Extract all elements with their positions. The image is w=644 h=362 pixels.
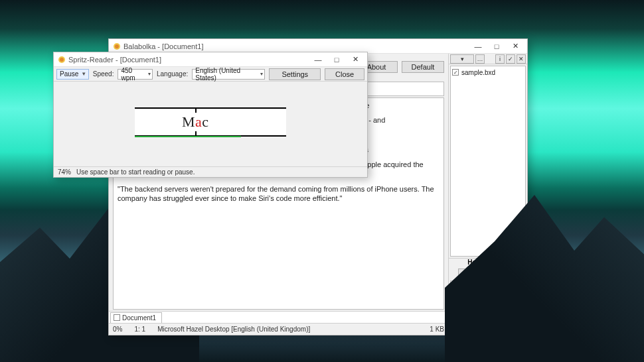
window-buttons: — □ ✕ — [309, 53, 364, 66]
maximize-button[interactable]: □ — [487, 40, 506, 53]
list-item-label: Russian Nicolai (SAPI4).hmg — [459, 316, 524, 331]
list-item[interactable]: French.hmg — [451, 291, 524, 300]
list-item-label: English.hmg — [461, 283, 497, 290]
sidebar: ▾ … i ✓ ✕ ✓ sample.bxd Homographs Edit ▾… — [449, 54, 527, 335]
status-voice: Microsoft Hazel Desktop [English (United… — [157, 326, 310, 333]
word-suffix: c — [202, 113, 208, 130]
svg-point-1 — [115, 44, 119, 48]
svg-point-3 — [60, 58, 64, 62]
spritz-word-box: Mac — [135, 107, 286, 137]
checkbox-icon[interactable] — [451, 292, 458, 299]
sidebar-toolbar: ▾ … i ✓ ✕ — [449, 54, 527, 64]
tab-checkbox-icon — [114, 314, 120, 321]
spritz-stage: Mac — [54, 82, 367, 166]
spritz-app-icon — [58, 56, 66, 64]
dict-remove-button[interactable]: ✕ — [517, 54, 526, 64]
checkbox-icon[interactable]: ✓ — [452, 69, 459, 76]
dict-dropdown[interactable]: ▾ — [450, 54, 474, 64]
speed-label: Speed: — [93, 70, 114, 78]
list-item[interactable]: ✓English.hmg — [451, 282, 524, 291]
spritz-status-bar: 74% Use space bar to start reading or pa… — [54, 166, 367, 177]
balabolka-app-icon — [113, 42, 121, 50]
default-button[interactable]: Default — [402, 61, 444, 73]
dictionary-list[interactable]: ✓ sample.bxd — [450, 66, 526, 257]
checkbox-icon[interactable] — [451, 320, 457, 327]
document-tab-bar: Document1 — [109, 311, 448, 323]
spritz-toolbar: Pause▼ Speed: 450 wpm▾ Language: English… — [54, 67, 367, 82]
pause-button[interactable]: Pause▼ — [56, 69, 89, 80]
close-button[interactable]: ✕ — [506, 40, 524, 53]
list-item[interactable]: ✓ sample.bxd — [452, 68, 524, 77]
close-button[interactable]: ✕ — [346, 53, 364, 66]
list-item-label: sample.bxd — [461, 69, 495, 76]
checkbox-icon[interactable] — [451, 311, 458, 318]
settings-button[interactable]: Settings — [269, 68, 321, 80]
checkbox-icon[interactable] — [451, 302, 458, 308]
list-item[interactable]: German.hmg — [451, 300, 524, 310]
close-spritz-button[interactable]: Close — [325, 68, 364, 80]
pivot-marker-bottom-icon — [195, 131, 197, 135]
spritz-progress-bar — [135, 136, 241, 137]
checkbox-icon[interactable]: ✓ — [451, 283, 458, 290]
spritz-hint: Use space bar to start reading or pause. — [76, 168, 195, 176]
language-dropdown[interactable]: English (United States)▾ — [192, 69, 265, 80]
dict-info-button[interactable]: i — [495, 54, 505, 64]
list-item-label: German.hmg — [461, 302, 499, 309]
minimize-button[interactable]: — — [309, 53, 327, 66]
list-item[interactable]: Russian Nicolai (SAPI4).hmg — [451, 319, 524, 328]
minimize-button[interactable]: — — [469, 40, 487, 53]
status-size: 1 KB — [430, 326, 444, 333]
status-percent: 0% — [113, 326, 122, 333]
spritz-progress-percent: 74% — [58, 168, 71, 176]
balabolka-title: Balabolka - [Document1] — [123, 42, 466, 50]
language-label: Language: — [157, 70, 188, 78]
status-cursor-pos: 1: 1 — [134, 326, 145, 333]
window-buttons: — □ ✕ — [469, 40, 524, 53]
status-bar: 0% 1: 1 Microsoft Hazel Desktop [English… — [109, 323, 448, 335]
word-pivot: a — [195, 113, 202, 130]
homographs-edit-button[interactable]: Edit ▾ — [458, 269, 518, 278]
spritz-titlebar[interactable]: Spritz-Reader - [Document1] — □ ✕ — [54, 52, 367, 67]
homographs-header: Homographs — [449, 258, 527, 267]
list-item-label: Persian.hmg — [461, 311, 498, 318]
list-item[interactable]: Persian.hmg — [451, 310, 524, 319]
document-tab-label: Document1 — [122, 314, 156, 322]
spritz-window: Spritz-Reader - [Document1] — □ ✕ Pause▼… — [53, 52, 368, 178]
document-tab[interactable]: Document1 — [110, 312, 162, 323]
maximize-button[interactable]: □ — [327, 53, 346, 66]
list-item[interactable]: Russian Olga.hmg — [451, 328, 524, 337]
doc-line: "The backend servers weren't prepared fo… — [118, 184, 440, 204]
dict-browse-button[interactable]: … — [475, 54, 485, 64]
dict-apply-button[interactable]: ✓ — [506, 54, 515, 64]
checkbox-icon[interactable] — [451, 330, 458, 336]
list-item-label: Russian Olga.hmg — [461, 330, 515, 337]
pivot-marker-top-icon — [195, 109, 197, 113]
homographs-list[interactable]: ✓English.hmgFrench.hmgGerman.hmgPersian.… — [450, 280, 526, 333]
spritz-word: Mac — [182, 113, 209, 131]
list-item-label: French.hmg — [461, 292, 496, 300]
spritz-title: Spritz-Reader - [Document1] — [68, 56, 306, 64]
speed-dropdown[interactable]: 450 wpm▾ — [118, 69, 152, 80]
word-prefix: M — [182, 113, 195, 130]
